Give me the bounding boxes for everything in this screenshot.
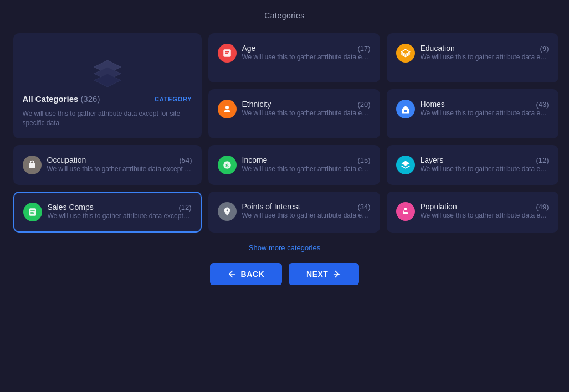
education-desc: We will use this to gather attribute dat… <box>421 53 549 62</box>
card-age[interactable]: Age (17) We will use this to gather attr… <box>208 33 380 82</box>
income-count: (15) <box>357 156 370 164</box>
categories-grid: All Categories(326) CATEGORY We will use… <box>13 33 556 233</box>
layers-desc: We will use this to gather attribute dat… <box>421 164 549 174</box>
sales-comps-icon <box>23 203 42 221</box>
occupation-count: (54) <box>179 156 192 164</box>
show-more-button[interactable]: Show more categories <box>249 244 320 252</box>
population-desc: We will use this to gather attribute dat… <box>421 211 549 220</box>
card-layers[interactable]: Layers (12) We will use this to gather a… <box>387 145 558 185</box>
population-count: (49) <box>536 203 549 211</box>
svg-rect-5 <box>225 53 228 54</box>
age-name: Age <box>242 44 256 53</box>
layers-name: Layers <box>421 156 444 164</box>
layers-content: Layers (12) We will use this to gather a… <box>421 156 549 174</box>
layers-count: (12) <box>536 156 549 164</box>
card-all-categories[interactable]: All Categories(326) CATEGORY We will use… <box>13 33 202 138</box>
sales-comps-desc: We will use this to gather attribute dat… <box>48 212 192 221</box>
all-categories-title-row: All Categories(326) CATEGORY <box>23 94 192 104</box>
poi-count: (34) <box>357 203 370 211</box>
homes-name: Homes <box>421 100 445 109</box>
svg-point-14 <box>226 209 228 211</box>
poi-name: Points of Interest <box>242 202 300 211</box>
svg-rect-8 <box>404 110 407 113</box>
homes-content: Homes (43) We will use this to gather at… <box>421 100 549 118</box>
svg-rect-6 <box>29 163 35 168</box>
education-name: Education <box>421 44 455 53</box>
all-categories-name: All Categories(326) <box>23 94 100 104</box>
layers-icon <box>91 56 124 89</box>
occupation-icon <box>23 156 42 174</box>
svg-text:$: $ <box>225 162 229 168</box>
population-content: Population (49) We will use this to gath… <box>421 202 549 220</box>
education-content: Education (9) We will use this to gather… <box>421 44 549 62</box>
homes-desc: We will use this to gather attribute dat… <box>421 109 549 118</box>
next-arrow-icon <box>332 270 341 278</box>
svg-rect-11 <box>30 212 33 213</box>
card-poi[interactable]: Points of Interest (34) We will use this… <box>208 192 380 233</box>
age-content: Age (17) We will use this to gather attr… <box>242 44 371 62</box>
sales-comps-name: Sales Comps <box>48 203 94 212</box>
svg-point-15 <box>404 208 407 210</box>
card-sales-comps[interactable]: Sales Comps (12) We will use this to gat… <box>13 192 202 233</box>
svg-rect-10 <box>30 210 35 211</box>
card-occupation[interactable]: Occupation (54) We will use this to gath… <box>13 145 202 185</box>
sales-comps-count: (12) <box>178 203 191 212</box>
page-title: Categories <box>264 11 305 20</box>
age-count: (17) <box>357 44 370 53</box>
card-homes[interactable]: Homes (43) We will use this to gather at… <box>387 89 558 138</box>
ethnicity-count: (20) <box>357 100 370 109</box>
back-button[interactable]: BACK <box>210 263 282 285</box>
occupation-desc: We will use this to gather attribute dat… <box>47 164 192 174</box>
ethnicity-desc: We will use this to gather attribute dat… <box>242 109 371 118</box>
homes-icon <box>396 100 415 118</box>
card-ethnicity[interactable]: Ethnicity (20) We will use this to gathe… <box>208 89 380 138</box>
income-content: Income (15) We will use this to gather a… <box>242 156 371 174</box>
card-education[interactable]: Education (9) We will use this to gather… <box>387 33 558 82</box>
navigation-buttons: BACK NEXT <box>210 263 360 285</box>
poi-desc: We will use this to gather attribute dat… <box>242 211 371 220</box>
ethnicity-icon <box>218 100 237 118</box>
population-icon <box>396 202 415 221</box>
card-income[interactable]: $ Income (15) We will use this to gather… <box>208 145 380 185</box>
poi-icon <box>218 202 237 221</box>
age-desc: We will use this to gather attribute dat… <box>242 53 371 62</box>
svg-rect-4 <box>225 51 229 53</box>
category-label: CATEGORY <box>155 96 192 102</box>
homes-count: (43) <box>536 100 549 109</box>
layers-card-icon <box>396 156 415 174</box>
back-arrow-icon <box>228 270 237 278</box>
sales-comps-content: Sales Comps (12) We will use this to gat… <box>48 203 192 221</box>
age-icon <box>218 44 237 63</box>
population-name: Population <box>421 202 457 211</box>
poi-content: Points of Interest (34) We will use this… <box>242 202 371 220</box>
income-desc: We will use this to gather attribute dat… <box>242 164 371 174</box>
next-button[interactable]: NEXT <box>289 263 359 285</box>
income-name: Income <box>242 156 268 164</box>
svg-rect-12 <box>30 213 34 214</box>
income-icon: $ <box>218 156 237 174</box>
education-count: (9) <box>540 44 549 53</box>
education-icon <box>396 44 415 63</box>
occupation-name: Occupation <box>47 156 86 164</box>
occupation-content: Occupation (54) We will use this to gath… <box>47 156 192 174</box>
all-categories-desc: We will use this to gather attribute dat… <box>23 109 192 128</box>
card-population[interactable]: Population (49) We will use this to gath… <box>387 192 558 233</box>
svg-point-7 <box>225 106 229 109</box>
ethnicity-content: Ethnicity (20) We will use this to gathe… <box>242 100 371 118</box>
ethnicity-name: Ethnicity <box>242 100 271 109</box>
